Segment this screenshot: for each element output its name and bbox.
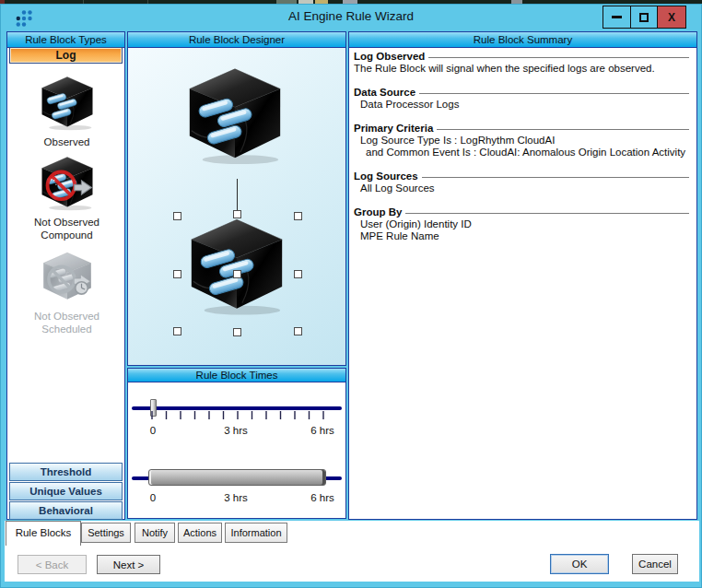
rule-block-types-panel: Rule Block Types Log Observed Not Observ… bbox=[6, 31, 125, 520]
rule-block-designer-header: Rule Block Designer bbox=[128, 32, 345, 48]
rule-type-log-button[interactable]: Log bbox=[9, 47, 123, 64]
panels-region: Rule Block Types Log Observed Not Observ… bbox=[5, 30, 699, 521]
slider2-label-6hrs: 6 hrs bbox=[310, 492, 334, 503]
minimize-icon bbox=[612, 16, 622, 18]
selection-handle[interactable] bbox=[233, 328, 241, 336]
heading-rule-line bbox=[422, 177, 689, 178]
section-heading: Log Observed bbox=[354, 51, 425, 63]
screen: AI Engine Rule Wizard X Rule Block Types… bbox=[0, 0, 702, 588]
back-button[interactable]: < Back bbox=[18, 555, 87, 574]
selection-handle[interactable] bbox=[294, 212, 302, 220]
ai-engine-rule-wizard-dialog: AI Engine Rule Wizard X Rule Block Types… bbox=[0, 4, 702, 588]
selection-handle[interactable] bbox=[173, 212, 181, 220]
close-button[interactable]: X bbox=[657, 6, 685, 28]
heading-rule-line bbox=[437, 129, 689, 130]
summary-text: Data Processor Logs bbox=[354, 99, 689, 111]
window-title: AI Engine Rule Wizard bbox=[1, 9, 701, 23]
rule-block-times-body: 0 3 hrs 6 hrs 0 3 hrs 6 hrs bbox=[128, 382, 345, 518]
heading-rule-line bbox=[419, 93, 689, 94]
slider1-label-6hrs: 6 hrs bbox=[310, 425, 334, 436]
summary-section-data-source: Data Source Data Processor Logs bbox=[354, 87, 689, 111]
rule-type-behavioral-button[interactable]: Behavioral bbox=[9, 501, 123, 520]
cancel-button[interactable]: Cancel bbox=[632, 554, 678, 574]
summary-text: The Rule Block will signal when the spec… bbox=[354, 63, 689, 75]
next-button[interactable]: Next > bbox=[97, 555, 160, 574]
window-controls: X bbox=[603, 6, 686, 29]
close-icon: X bbox=[668, 11, 675, 24]
titlebar[interactable]: AI Engine Rule Wizard X bbox=[1, 5, 701, 30]
section-heading: Group By bbox=[354, 206, 402, 218]
summary-text: Log Source Type Is : LogRhythm CloudAI bbox=[354, 135, 689, 147]
rule-block-times-panel: Rule Block Times bbox=[127, 368, 346, 519]
tab-notify[interactable]: Notify bbox=[135, 523, 175, 543]
tab-settings[interactable]: Settings bbox=[81, 523, 131, 543]
list-item-not-observed-compound[interactable]: Not Observed Compound bbox=[7, 154, 126, 241]
rule-block-designer-panel: Rule Block Designer bbox=[127, 31, 346, 366]
selection-handle[interactable] bbox=[173, 327, 181, 335]
designer-canvas[interactable] bbox=[128, 48, 345, 365]
selection-handle[interactable] bbox=[233, 270, 241, 278]
summary-section-group-by: Group By User (Origin) Identity ID MPE R… bbox=[354, 206, 689, 242]
tab-actions[interactable]: Actions bbox=[178, 523, 222, 543]
heading-rule-line bbox=[428, 57, 689, 58]
time-range-bar[interactable] bbox=[148, 469, 326, 486]
slider1-label-0: 0 bbox=[150, 425, 156, 436]
rule-block-cube-selected[interactable] bbox=[182, 213, 291, 317]
ok-button[interactable]: OK bbox=[550, 554, 609, 574]
selection-handle[interactable] bbox=[294, 327, 302, 335]
rule-block-times-header: Rule Block Times bbox=[128, 369, 345, 382]
tab-rule-blocks[interactable]: Rule Blocks bbox=[6, 521, 81, 546]
rule-block-summary-header: Rule Block Summary bbox=[349, 32, 696, 48]
time-slider-track[interactable] bbox=[132, 406, 342, 410]
rule-type-unique-values-button[interactable]: Unique Values bbox=[9, 482, 123, 500]
tab-information[interactable]: Information bbox=[225, 523, 287, 543]
not-observed-compound-label: Not Observed Compound bbox=[7, 217, 126, 241]
heading-rule-line bbox=[405, 213, 689, 214]
selection-handle[interactable] bbox=[173, 270, 181, 278]
time-slider-ticks bbox=[149, 411, 326, 419]
maximize-icon bbox=[639, 13, 649, 22]
section-heading: Data Source bbox=[354, 87, 415, 99]
section-heading: Log Sources bbox=[354, 171, 418, 182]
summary-text: User (Origin) Identity ID bbox=[354, 218, 689, 230]
summary-section-log-sources: Log Sources All Log Sources bbox=[354, 171, 689, 194]
slider2-label-0: 0 bbox=[150, 492, 156, 503]
minimize-button[interactable] bbox=[603, 6, 630, 28]
summary-section-primary-criteria: Primary Criteria Log Source Type Is : Lo… bbox=[354, 123, 689, 159]
rule-block-cube-top[interactable] bbox=[181, 63, 289, 166]
observed-label: Observed bbox=[7, 136, 126, 149]
summary-text: and Common Event Is : CloudAI: Anomalous… bbox=[354, 147, 689, 159]
summary-text: MPE Rule Name bbox=[354, 230, 689, 242]
section-heading: Primary Criteria bbox=[354, 123, 433, 135]
selection-handle[interactable] bbox=[233, 210, 241, 218]
maximize-button[interactable] bbox=[630, 6, 657, 28]
summary-section-log-observed: Log Observed The Rule Block will signal … bbox=[354, 51, 689, 75]
log-observed-cube-icon bbox=[37, 74, 98, 131]
list-item-not-observed-scheduled: Not Observed Scheduled bbox=[7, 250, 126, 335]
log-not-observed-scheduled-cube-icon bbox=[39, 250, 96, 303]
dialog-client-area: Rule Block Types Log Observed Not Observ… bbox=[5, 30, 699, 582]
log-not-observed-compound-cube-icon bbox=[37, 154, 98, 211]
not-observed-scheduled-label: Not Observed Scheduled bbox=[7, 311, 126, 335]
list-item-observed[interactable]: Observed bbox=[7, 74, 126, 149]
slider2-label-3hrs: 3 hrs bbox=[224, 492, 248, 503]
rule-block-summary-panel: Rule Block Summary Log Observed The Rule… bbox=[348, 31, 697, 520]
rule-type-threshold-button[interactable]: Threshold bbox=[9, 463, 123, 481]
selection-handle[interactable] bbox=[294, 270, 302, 278]
rule-block-types-header: Rule Block Types bbox=[7, 32, 124, 48]
summary-text: All Log Sources bbox=[354, 182, 689, 194]
summary-body: Log Observed The Rule Block will signal … bbox=[349, 48, 696, 242]
slider1-label-3hrs: 3 hrs bbox=[224, 425, 248, 436]
